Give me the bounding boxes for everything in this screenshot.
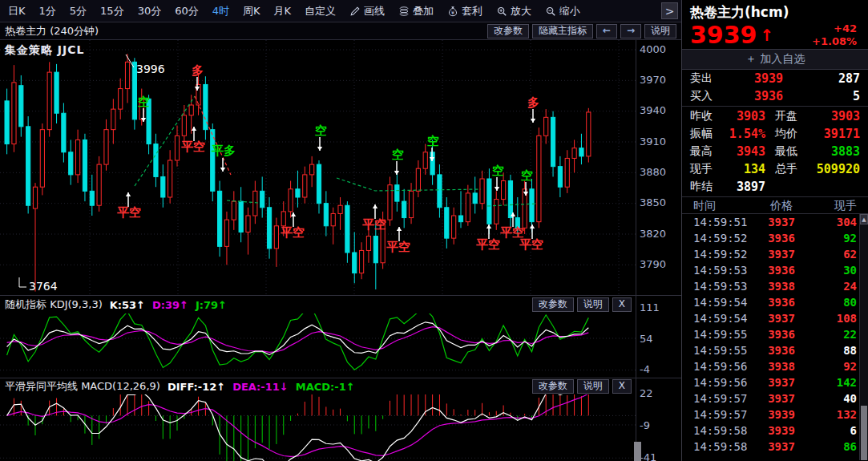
svg-text:平空: 平空 — [117, 205, 141, 220]
svg-text:多: 多 — [192, 63, 204, 78]
macd-button-1[interactable]: 改参数 — [532, 379, 574, 394]
toolbar-item-3[interactable]: 5分 — [70, 4, 87, 18]
chart-title: 热卷主力 (240分钟) — [5, 24, 484, 38]
tape-row: 14:59:563937142 — [682, 374, 868, 390]
kdj-button-3[interactable]: X — [612, 297, 632, 312]
scrollbar-up-icon[interactable]: ▲ — [860, 214, 868, 224]
last-price: 3939 — [690, 22, 757, 48]
tape-row: 14:59:5839396 — [682, 423, 868, 439]
toolbar: 日K1分5分15分30分60分4时周K月K自定义画线叠加¥套利放大缩小 > — [0, 0, 681, 22]
chart-area: 日K1分5分15分30分60分4时周K月K自定义画线叠加¥套利放大缩小 > 热卷… — [0, 0, 681, 461]
strategy-label: 集金策略 JJCL — [5, 43, 85, 58]
toolbar-item-1[interactable]: 日K — [8, 4, 26, 18]
tape-row: 14:59:53393824 — [682, 278, 868, 294]
y-axis-label: 3970 — [640, 74, 666, 86]
toolbar-item-6[interactable]: 60分 — [175, 4, 199, 18]
main-chart-canvas[interactable]: 多空平空平空平多空空空平空平空平空空空多平空平空平空39963764 — [0, 40, 636, 295]
svg-text:平空: 平空 — [386, 240, 410, 254]
quote-row: 昨结3897 — [682, 178, 868, 196]
price-up-arrow-icon: ↑ — [761, 26, 774, 45]
toolbar-expand-button[interactable]: > — [661, 2, 678, 19]
toolbar-item-4[interactable]: 15分 — [100, 4, 124, 18]
tape-body: 14:59:51393730414:59:5239369214:59:52393… — [682, 214, 868, 460]
kdj-buttons: 改参数说明X — [529, 297, 632, 312]
macd-button-3[interactable]: X — [612, 379, 632, 394]
chart-header-button-2[interactable]: 隐藏主指标 — [532, 24, 593, 38]
scrollbar-thumb[interactable] — [861, 406, 867, 460]
toolbar-item-5[interactable]: 30分 — [138, 4, 162, 18]
chart-header-button-1[interactable]: 改参数 — [487, 24, 529, 38]
quote-row: 现手134总手509920 — [682, 160, 868, 178]
tape-column-header: 时间 — [693, 199, 756, 213]
indicator-value: D:39↑ — [152, 299, 188, 311]
toolbar-item-13[interactable]: ¥套利 — [447, 4, 482, 18]
tape-scrollbar[interactable]: ▲ — [859, 214, 868, 460]
chart-header-button-4[interactable]: → — [620, 24, 641, 38]
y-axis-label: 3820 — [640, 228, 666, 240]
chart-header-button-5[interactable]: 说明 — [644, 24, 676, 38]
tape-row: 14:59:58393786 — [682, 439, 868, 455]
pencil-icon — [349, 6, 361, 17]
y-axis-label: 54 — [640, 333, 653, 345]
kdj-k-line — [7, 322, 589, 355]
tape-row: 14:59:55393622 — [682, 326, 868, 342]
toolbar-item-12[interactable]: 叠加 — [398, 4, 434, 18]
tape-row: 14:59:52393692 — [682, 230, 868, 246]
svg-text:平空: 平空 — [519, 237, 543, 252]
svg-text:空: 空 — [392, 148, 404, 162]
y-axis-label: 111 — [640, 301, 660, 313]
svg-text:多: 多 — [527, 95, 539, 110]
svg-text:空: 空 — [427, 134, 439, 148]
y-axis-label: -4 — [640, 363, 650, 375]
y-axis-label: -41 — [640, 451, 656, 461]
macd-diff-line — [7, 394, 589, 461]
y-axis-label: 3790 — [640, 258, 666, 270]
toolbar-item-14[interactable]: 放大 — [496, 4, 531, 18]
toolbar-item-10[interactable]: 自定义 — [305, 4, 336, 18]
tape-rows: 14:59:51393730414:59:5239369214:59:52393… — [682, 214, 868, 455]
macd-canvas[interactable] — [0, 394, 636, 461]
chart-header-buttons: 改参数隐藏主指标←→说明 — [484, 24, 676, 38]
indicator-value: J:79↑ — [196, 299, 227, 311]
toolbar-item-15[interactable]: 缩小 — [545, 4, 580, 18]
tape-row: 14:59:56393892 — [682, 358, 868, 374]
macd-button-2[interactable]: 说明 — [577, 379, 609, 394]
indicator-value: DEA:-11↓ — [232, 381, 289, 393]
tape-column-header: 现手 — [807, 199, 857, 213]
quote-row: 振幅1.54%均价39171 — [682, 125, 868, 143]
toolbar-item-2[interactable]: 1分 — [39, 4, 56, 18]
quote-row: 买入39365 — [682, 87, 868, 105]
kdj-button-2[interactable]: 说明 — [577, 297, 609, 312]
tape-column-header: 价格 — [756, 199, 807, 213]
add-watchlist-button[interactable]: ＋ 加入自选 — [682, 49, 868, 70]
toolbar-item-7[interactable]: 4时 — [212, 4, 229, 18]
svg-text:空: 空 — [521, 168, 533, 183]
chart-header-button-3[interactable]: ← — [596, 24, 617, 38]
toolbar-item-8[interactable]: 周K — [243, 4, 260, 18]
macd-buttons: 改参数说明X — [529, 379, 632, 394]
main-chart-pane: 多空平空平空平多空空空平空平空平空空空多平空平空平空39963764 集金策略 … — [0, 40, 681, 295]
y-axis-label: 3850 — [640, 196, 666, 208]
tape-header: 时间价格现手 — [682, 198, 868, 214]
trading-terminal: 日K1分5分15分30分60分4时周K月K自定义画线叠加¥套利放大缩小 > 热卷… — [0, 0, 868, 461]
instrument-name: 热卷主力(hcm) — [682, 0, 868, 22]
price-change: +42 +1.08% — [812, 22, 860, 48]
tape-row: 14:59:55393688 — [682, 342, 868, 358]
kdj-title: 随机指标 KDJ(9,3,3) — [5, 297, 103, 312]
kdj-section: 随机指标 KDJ(9,3,3) K:53↑D:39↑J:79↑ 改参数说明X 1… — [0, 295, 681, 378]
toolbar-item-11[interactable]: 画线 — [349, 4, 385, 18]
kdj-button-1[interactable]: 改参数 — [532, 297, 574, 312]
y-axis-label: 3910 — [640, 135, 666, 148]
quote-row: 最高3943最低3883 — [682, 143, 868, 160]
kdj-axis: 11154-4 — [636, 296, 681, 378]
toolbar-item-9[interactable]: 月K — [274, 4, 292, 18]
indicator-value: K:53↑ — [110, 299, 145, 311]
macd-dea-line — [7, 394, 589, 456]
y-axis-label: -9 — [640, 419, 650, 431]
last-price-row: 3939 ↑ +42 +1.08% — [682, 22, 868, 49]
tape-row: 14:59:53393630 — [682, 262, 868, 278]
tape-row: 14:59:52393762 — [682, 246, 868, 262]
chart-scrollbar-fragment[interactable] — [634, 442, 641, 461]
kdj-canvas[interactable] — [0, 313, 636, 378]
change-percent: +1.08% — [812, 35, 857, 48]
